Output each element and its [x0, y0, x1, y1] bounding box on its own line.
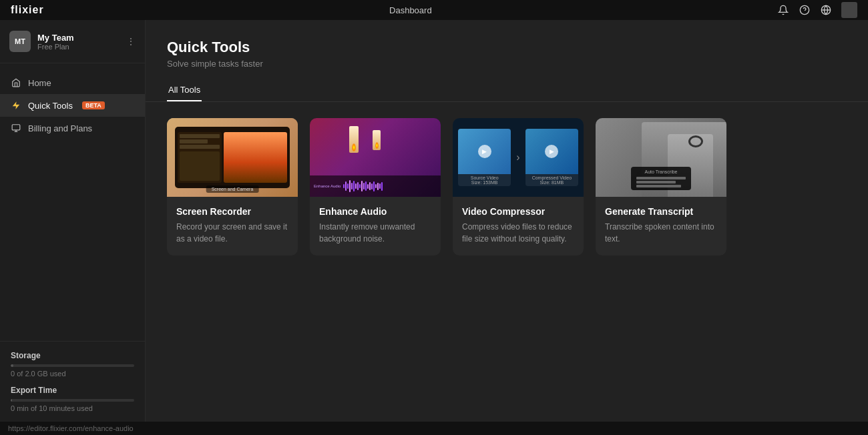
page-subtitle: Solve simple tasks faster	[167, 59, 847, 69]
team-section[interactable]: MT My Team Free Plan ⋮	[0, 20, 145, 63]
tools-grid: Screen and Camera Screen Recorder Record…	[146, 102, 868, 272]
storage-progress-fill	[11, 364, 13, 367]
enhance-audio-desc: Instantly remove unwanted background noi…	[319, 221, 431, 245]
main-layout: MT My Team Free Plan ⋮ Home Quick Tools …	[0, 20, 868, 422]
generate-transcript-image: Auto Transcribe	[596, 118, 726, 197]
storage-progress-bar	[11, 364, 134, 367]
sidebar: MT My Team Free Plan ⋮ Home Quick Tools …	[0, 20, 146, 422]
tabs-bar: All Tools	[146, 69, 868, 102]
team-avatar: MT	[9, 31, 31, 52]
enhance-audio-title: Enhance Audio	[319, 206, 431, 217]
enhance-audio-image: Enhance Audio	[310, 118, 441, 197]
enhance-audio-body: Enhance Audio Instantly remove unwanted …	[310, 197, 441, 256]
screen-recorder-image: Screen and Camera	[167, 118, 298, 197]
status-bar: https://editor.flixier.com/enhance-audio	[0, 422, 868, 435]
status-url: https://editor.flixier.com/enhance-audio	[8, 424, 134, 432]
globe-icon[interactable]	[820, 4, 832, 16]
bolt-icon	[11, 100, 21, 111]
transcript-overlay: Auto Transcribe	[631, 167, 691, 190]
tool-card-enhance-audio[interactable]: Enhance Audio	[310, 118, 441, 256]
help-icon[interactable]	[799, 4, 811, 16]
content-area: Quick Tools Solve simple tasks faster Al…	[146, 20, 868, 422]
sidebar-bottom: Storage 0 of 2.0 GB used Export Time 0 m…	[0, 341, 145, 422]
generate-transcript-title: Generate Transcript	[605, 206, 717, 217]
video-compressor-title: Video Compressor	[462, 206, 574, 217]
sidebar-item-billing[interactable]: Billing and Plans	[0, 117, 145, 139]
svg-marker-4	[13, 101, 20, 109]
generate-transcript-body: Generate Transcript Transcribe spoken co…	[596, 197, 726, 256]
source-video-panel: ▶ Source VideoSize: 153MB	[458, 129, 511, 187]
compressed-play-button: ▶	[545, 145, 558, 158]
tab-all-tools[interactable]: All Tools	[167, 79, 202, 101]
svg-rect-5	[12, 125, 20, 130]
compress-arrow-icon: ›	[516, 151, 519, 163]
video-compressor-image: ▶ Source VideoSize: 153MB › ▶ Compressed…	[453, 118, 584, 197]
screen-recorder-desc: Record your screen and save it as a vide…	[176, 221, 288, 245]
tool-card-video-compressor[interactable]: ▶ Source VideoSize: 153MB › ▶ Compressed…	[453, 118, 584, 256]
home-icon	[11, 77, 21, 88]
storage-label: Storage	[11, 351, 134, 360]
export-progress-bar	[11, 399, 134, 402]
sidebar-item-quick-tools[interactable]: Quick Tools beta	[0, 94, 145, 117]
notification-icon[interactable]	[777, 4, 789, 16]
receipt-icon	[11, 123, 21, 133]
tool-card-screen-recorder[interactable]: Screen and Camera Screen Recorder Record…	[167, 118, 298, 256]
tool-card-generate-transcript[interactable]: Auto Transcribe Generate Transcript Tran…	[596, 118, 726, 256]
export-used-text: 0 min of 10 minutes used	[11, 404, 134, 412]
sidebar-item-home-label: Home	[28, 78, 51, 88]
export-progress-fill	[11, 399, 12, 402]
screen-recorder-title: Screen Recorder	[176, 206, 288, 217]
team-info: My Team Free Plan	[37, 33, 120, 51]
sidebar-nav: Home Quick Tools beta Billing and Plans	[0, 63, 145, 341]
sidebar-item-home[interactable]: Home	[0, 71, 145, 94]
app-logo: flixier	[11, 4, 44, 16]
team-plan: Free Plan	[37, 43, 120, 51]
topbar: flixier Dashboard	[0, 0, 868, 20]
video-compressor-desc: Compress video files to reduce file size…	[462, 221, 574, 245]
sidebar-item-billing-label: Billing and Plans	[28, 123, 92, 133]
source-video-label: Source VideoSize: 153MB	[458, 174, 511, 186]
sidebar-item-quick-tools-label: Quick Tools	[28, 101, 73, 111]
compressed-video-label: Compressed VideoSize: 81MB	[525, 174, 578, 186]
user-avatar[interactable]	[841, 2, 857, 18]
compressed-video-panel: ▶ Compressed VideoSize: 81MB	[525, 129, 578, 187]
generate-transcript-desc: Transcribe spoken content into text.	[605, 221, 717, 245]
export-time-label: Export Time	[11, 386, 134, 395]
screen-recorder-body: Screen Recorder Record your screen and s…	[167, 197, 298, 256]
beta-badge: beta	[82, 101, 105, 109]
source-play-button: ▶	[478, 145, 491, 158]
topbar-title: Dashboard	[389, 5, 432, 15]
video-compressor-body: Video Compressor Compress video files to…	[453, 197, 584, 256]
topbar-icons	[777, 2, 857, 18]
content-header: Quick Tools Solve simple tasks faster	[146, 20, 868, 69]
team-chevron-icon[interactable]: ⋮	[126, 36, 136, 47]
page-title: Quick Tools	[167, 39, 847, 56]
team-name: My Team	[37, 33, 120, 43]
storage-used-text: 0 of 2.0 GB used	[11, 370, 134, 378]
